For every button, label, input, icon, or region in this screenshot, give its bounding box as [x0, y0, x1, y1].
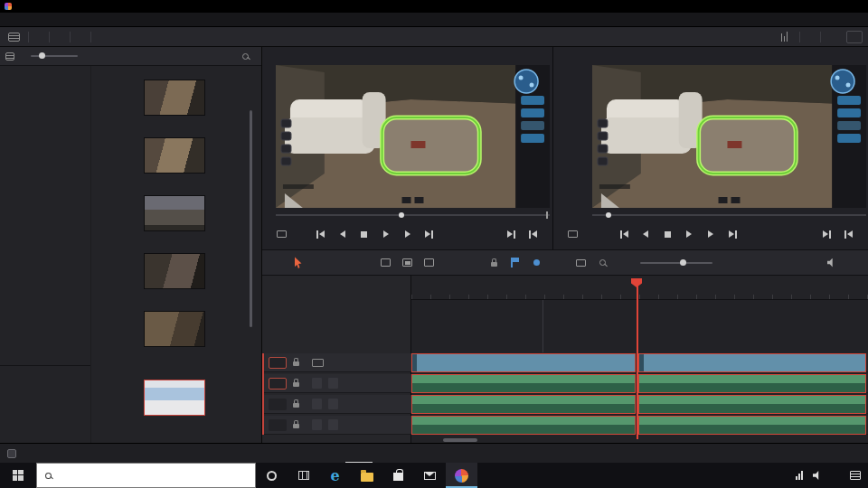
page-deliver[interactable] [656, 444, 684, 464]
video-track-icon[interactable] [312, 359, 324, 367]
search-input[interactable] [58, 471, 247, 480]
audio-clip-segment[interactable] [638, 416, 866, 435]
start-button[interactable] [0, 463, 36, 488]
page-fusion[interactable] [423, 444, 450, 464]
replace-clip-button[interactable] [423, 254, 435, 272]
reverse-match-frame-button[interactable] [837, 227, 859, 241]
lock-icon[interactable] [293, 403, 299, 408]
audio-clip-segment[interactable] [411, 374, 636, 393]
timeline-view-options-button[interactable] [271, 254, 283, 272]
marker-overlay-button[interactable] [562, 227, 584, 241]
match-frame-button[interactable] [816, 227, 837, 241]
search-icon[interactable] [242, 53, 249, 60]
track-destination-a3[interactable] [269, 419, 287, 431]
minimize-button[interactable] [793, 0, 816, 13]
mute-button[interactable] [328, 378, 338, 389]
flag-button[interactable] [510, 254, 522, 272]
project-settings-button[interactable] [834, 444, 857, 464]
slider-knob[interactable] [39, 52, 45, 59]
solo-button[interactable] [312, 419, 322, 430]
insert-clip-button[interactable] [380, 254, 392, 272]
workspace-chevron-button[interactable] [846, 31, 863, 43]
media-clip[interactable] [127, 80, 222, 117]
lock-icon[interactable] [293, 361, 299, 366]
play-button[interactable] [375, 227, 397, 241]
go-to-last-frame-button[interactable] [419, 227, 440, 241]
close-button[interactable] [840, 0, 863, 13]
clip-thumbnail[interactable] [144, 80, 205, 116]
overwrite-clip-button[interactable] [401, 254, 413, 272]
dynamic-trim-mode-button[interactable] [336, 254, 348, 272]
sound-library-toggle[interactable] [91, 27, 111, 46]
cortana-button[interactable] [256, 463, 288, 488]
clip-thumbnail[interactable] [144, 311, 205, 347]
page-fairlight[interactable] [579, 444, 606, 464]
file-explorer-button[interactable] [351, 463, 382, 488]
audio-clip-segment[interactable] [411, 395, 636, 414]
page-edit[interactable] [345, 444, 373, 464]
zoom-out-button[interactable] [618, 254, 630, 272]
selection-mode-button[interactable] [293, 254, 305, 272]
mute-button[interactable] [328, 399, 338, 409]
trim-edit-mode-button[interactable] [315, 254, 326, 272]
effects-library-toggle[interactable] [50, 27, 70, 46]
reverse-match-frame-button[interactable] [522, 227, 543, 241]
loop-button[interactable] [440, 227, 462, 241]
viewer-mode-button[interactable] [271, 227, 293, 241]
mail-button[interactable] [414, 463, 446, 488]
mute-button[interactable] [328, 419, 338, 430]
clip-thumbnail[interactable] [144, 137, 205, 174]
taskbar-search[interactable] [36, 463, 256, 488]
mixer-toggle[interactable] [773, 27, 800, 46]
in-out-range-icon[interactable] [794, 227, 816, 241]
source-scrub-bar[interactable] [276, 211, 550, 220]
in-out-range-icon[interactable] [478, 227, 500, 241]
track-header-v1[interactable] [262, 353, 411, 372]
zoom-in-button[interactable] [722, 254, 734, 272]
snapping-button[interactable] [553, 254, 565, 272]
track-destination-a1[interactable] [269, 378, 287, 389]
next-frame-button[interactable] [700, 227, 722, 241]
clip-thumbnail[interactable] [144, 195, 205, 231]
retime-curve-button[interactable] [445, 254, 457, 272]
audio-clip-segment[interactable] [411, 416, 636, 435]
scrub-track[interactable] [276, 214, 550, 216]
audio-monitor-button[interactable] [826, 254, 837, 272]
davinci-resolve-taskbar-button[interactable] [446, 463, 477, 488]
page-cut[interactable] [268, 444, 295, 464]
timeline-video-frame[interactable] [592, 65, 866, 208]
store-button[interactable] [382, 463, 414, 488]
go-to-first-frame-button[interactable] [310, 227, 332, 241]
video-clip-segment[interactable] [638, 353, 866, 372]
play-button[interactable] [678, 227, 700, 241]
track-destination-v1[interactable] [269, 357, 287, 369]
bin-pane-button[interactable] [5, 52, 16, 61]
timeline-zoom-slider[interactable] [640, 262, 712, 264]
source-video-frame[interactable] [276, 65, 550, 208]
video-clip-segment[interactable] [411, 353, 636, 372]
scrub-track[interactable] [592, 214, 866, 216]
timeline-horizontal-scrollbar[interactable] [443, 438, 477, 442]
network-icon[interactable] [790, 471, 808, 480]
volume-icon[interactable] [808, 471, 826, 480]
zoom-slider-knob[interactable] [680, 259, 686, 266]
solo-button[interactable] [312, 378, 322, 389]
media-pool-toggle[interactable] [29, 27, 49, 46]
media-clip[interactable] [127, 195, 222, 233]
page-media[interactable] [190, 444, 217, 464]
go-to-first-frame-button[interactable] [613, 227, 635, 241]
track-header-a3[interactable] [262, 416, 411, 435]
zoom-detail-button[interactable] [597, 254, 609, 272]
audio-clip-segment[interactable] [638, 395, 866, 414]
panel-toggle-button[interactable] [0, 27, 28, 46]
blade-edit-mode-button[interactable] [358, 254, 370, 272]
timeline-media-item[interactable] [127, 380, 222, 418]
next-frame-button[interactable] [397, 227, 419, 241]
track-header-a1[interactable] [262, 374, 411, 393]
track-destination-a2[interactable] [269, 399, 287, 410]
edge-button[interactable]: e [319, 463, 351, 488]
timeline-thumbnail[interactable] [144, 380, 205, 416]
media-clip[interactable] [127, 311, 222, 349]
thumbnail-size-slider[interactable] [31, 55, 78, 57]
match-frame-button[interactable] [500, 227, 522, 241]
